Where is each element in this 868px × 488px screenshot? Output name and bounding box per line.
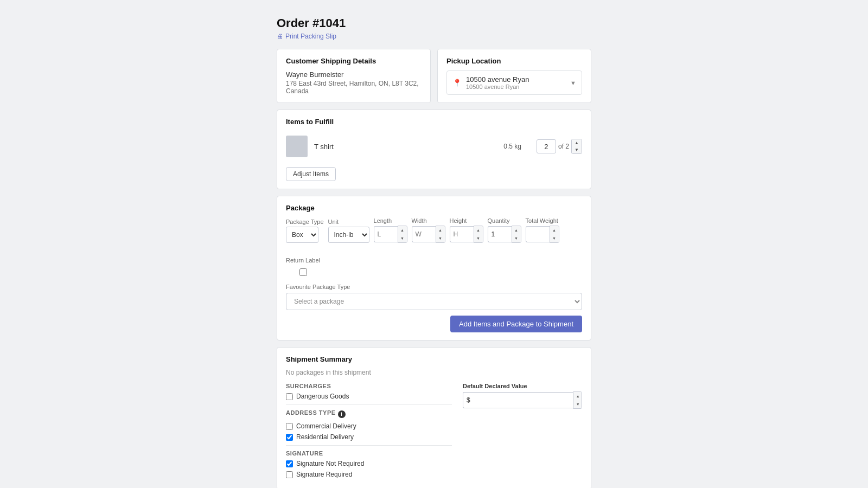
pickup-address-text: 10500 avenue Ryan 10500 avenue Ryan xyxy=(466,75,566,90)
package-card: Package Package Type Box Envelope Unit xyxy=(277,196,591,341)
pickup-location-card: Pickup Location 📍 10500 avenue Ryan 1050… xyxy=(437,49,591,103)
package-title: Package xyxy=(286,204,582,212)
residential-delivery-label: Residential Delivery xyxy=(296,433,354,441)
quantity-label: Quantity xyxy=(488,217,521,224)
return-label-label: Return Label xyxy=(286,257,320,264)
item-qty-input[interactable] xyxy=(537,139,556,153)
unit-label: Unit xyxy=(328,219,369,225)
package-type-selector[interactable]: Box Envelope xyxy=(286,227,324,243)
package-type-label: Package Type xyxy=(286,219,324,225)
declared-value-decrement[interactable]: ▼ xyxy=(573,400,582,408)
length-field: Length ▲ ▼ xyxy=(374,217,407,243)
favourite-package-select[interactable]: Select a package xyxy=(286,293,582,310)
add-items-package-button[interactable]: Add Items and Package to Shipment xyxy=(450,316,582,332)
print-packing-slip-link[interactable]: 🖨 Print Packing Slip xyxy=(277,33,591,40)
package-type-field: Package Type Box Envelope xyxy=(286,219,324,243)
item-qty-spinner[interactable]: ▲ ▼ xyxy=(571,139,582,154)
item-qty-controls: of 2 ▲ ▼ xyxy=(537,139,582,154)
unit-select[interactable]: Inch-lb Cm-kg xyxy=(328,227,369,243)
width-increment[interactable]: ▲ xyxy=(436,226,445,234)
chevron-down-icon: ▼ xyxy=(570,80,576,86)
length-spinner[interactable]: ▲ ▼ xyxy=(398,226,407,243)
total-weight-label: Total Weight xyxy=(526,217,559,224)
declared-value-label: Default Declared Value xyxy=(463,383,582,389)
customer-address: 178 East 43rd Street, Hamilton, ON, L8T … xyxy=(286,80,422,95)
total-weight-spinner[interactable]: ▲ ▼ xyxy=(550,226,559,243)
pickup-sub-address: 10500 avenue Ryan xyxy=(466,84,566,90)
width-spinner[interactable]: ▲ ▼ xyxy=(436,226,445,243)
signature-not-required-checkbox[interactable] xyxy=(286,460,293,467)
signature-not-required-row: Signature Not Required xyxy=(286,460,452,467)
height-input[interactable] xyxy=(450,226,474,242)
pickup-location-selector[interactable]: 📍 10500 avenue Ryan 10500 avenue Ryan ▼ xyxy=(446,70,582,95)
print-link-label: Print Packing Slip xyxy=(285,33,336,40)
commercial-delivery-checkbox[interactable] xyxy=(286,423,293,430)
length-increment[interactable]: ▲ xyxy=(398,226,407,234)
width-input-group: ▲ ▼ xyxy=(412,226,445,243)
items-title: Items to Fulfill xyxy=(286,118,582,126)
total-weight-input[interactable] xyxy=(526,226,550,242)
quantity-input[interactable] xyxy=(488,226,512,242)
table-row: T shirt 0.5 kg of 2 ▲ ▼ xyxy=(286,131,582,162)
commercial-delivery-row: Commercial Delivery xyxy=(286,422,452,430)
total-weight-increment[interactable]: ▲ xyxy=(550,226,559,234)
qty-decrement-button[interactable]: ▼ xyxy=(572,146,582,153)
quantity-spinner[interactable]: ▲ ▼ xyxy=(512,226,521,243)
signature-required-row: Signature Required xyxy=(286,471,452,478)
height-spinner[interactable]: ▲ ▼ xyxy=(474,226,483,243)
height-label: Height xyxy=(450,217,483,224)
dangerous-goods-checkbox[interactable] xyxy=(286,393,293,400)
items-to-fulfill-card: Items to Fulfill T shirt 0.5 kg of 2 ▲ ▼… xyxy=(277,110,591,189)
length-label: Length xyxy=(374,217,407,224)
adjust-items-button[interactable]: Adjust Items xyxy=(286,167,336,181)
height-increment[interactable]: ▲ xyxy=(474,226,483,234)
quantity-decrement[interactable]: ▼ xyxy=(512,234,521,242)
signature-not-required-label: Signature Not Required xyxy=(296,460,364,467)
quantity-field: Quantity ▲ ▼ xyxy=(488,217,521,243)
declared-value-spinner[interactable]: ▲ ▼ xyxy=(573,391,582,409)
surcharges-address-section: SURCHARGES Dangerous Goods ADDRESS TYPE … xyxy=(286,383,452,481)
quantity-input-group: ▲ ▼ xyxy=(488,226,521,243)
declared-value-increment[interactable]: ▲ xyxy=(573,392,582,400)
signature-required-checkbox[interactable] xyxy=(286,471,293,478)
item-thumbnail xyxy=(286,136,308,157)
signature-required-label: Signature Required xyxy=(296,471,352,478)
height-field: Height ▲ ▼ xyxy=(450,217,483,243)
address-type-row: ADDRESS TYPE i xyxy=(286,409,452,419)
item-name: T shirt xyxy=(314,143,497,151)
pickup-location-title: Pickup Location xyxy=(446,57,582,65)
location-pin-icon: 📍 xyxy=(452,79,462,87)
commercial-delivery-label: Commercial Delivery xyxy=(296,422,356,430)
info-icon: i xyxy=(338,410,346,418)
shipment-summary-title: Shipment Summary xyxy=(286,355,582,363)
customer-shipping-card: Customer Shipping Details Wayne Burmeist… xyxy=(277,49,431,103)
declared-value-input-group: ▲ ▼ xyxy=(463,391,582,409)
declared-value-input[interactable] xyxy=(463,392,573,408)
return-label-checkbox[interactable] xyxy=(299,268,307,276)
order-title: Order #1041 xyxy=(277,16,591,30)
quantity-increment[interactable]: ▲ xyxy=(512,226,521,234)
signature-label: SIGNATURE xyxy=(286,450,452,457)
residential-delivery-row: Residential Delivery xyxy=(286,433,452,441)
total-weight-decrement[interactable]: ▼ xyxy=(550,234,559,242)
residential-delivery-checkbox[interactable] xyxy=(286,434,293,441)
total-weight-field: Total Weight ▲ ▼ xyxy=(526,217,559,243)
length-input[interactable] xyxy=(374,226,398,242)
printer-icon: 🖨 xyxy=(277,33,283,40)
length-decrement[interactable]: ▼ xyxy=(398,234,407,242)
width-decrement[interactable]: ▼ xyxy=(436,234,445,242)
package-type-select[interactable]: Box Envelope xyxy=(286,227,318,243)
qty-increment-button[interactable]: ▲ xyxy=(572,139,582,146)
unit-field: Unit Inch-lb Cm-kg xyxy=(328,219,369,243)
height-decrement[interactable]: ▼ xyxy=(474,234,483,242)
favourite-package-label: Favourite Package Type xyxy=(286,284,350,290)
shipment-summary-card: Shipment Summary No packages in this shi… xyxy=(277,347,591,488)
width-input[interactable] xyxy=(412,226,436,242)
surcharges-label: SURCHARGES xyxy=(286,383,452,389)
package-fields-grid: Package Type Box Envelope Unit Inch-lb C… xyxy=(286,217,582,276)
unit-selector[interactable]: Inch-lb Cm-kg xyxy=(328,227,369,243)
no-packages-text: No packages in this shipment xyxy=(286,369,582,376)
length-input-group: ▲ ▼ xyxy=(374,226,407,243)
item-weight: 0.5 kg xyxy=(503,143,521,150)
address-type-divider xyxy=(286,445,452,446)
